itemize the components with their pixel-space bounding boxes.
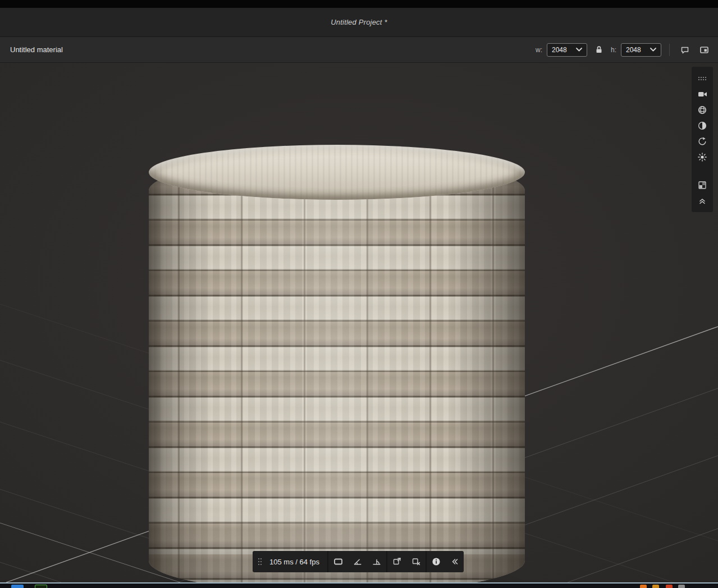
- taskbar-tray-icon[interactable]: [652, 585, 659, 588]
- toolbar-drag-handle[interactable]: [692, 71, 713, 86]
- display-icon: [333, 557, 343, 566]
- material-name: Untitled material: [10, 45, 63, 54]
- width-value: 2048: [552, 46, 567, 54]
- material-ball-icon: [698, 121, 707, 130]
- turntable-icon: [698, 137, 707, 146]
- collapse-toolbar-button[interactable]: [692, 193, 713, 209]
- dimension-controls: w: 2048 h: 2048: [536, 43, 711, 57]
- camera-reset-icon: [392, 557, 401, 566]
- light-icon: [698, 153, 707, 162]
- texture-button[interactable]: [692, 177, 713, 193]
- collapse-up-icon: [698, 197, 706, 205]
- ground-plane-button[interactable]: [367, 551, 386, 572]
- camera-clear-icon: [411, 557, 420, 566]
- height-select[interactable]: 2048: [621, 43, 661, 57]
- project-title: Untitled Project *: [331, 18, 387, 26]
- taskbar-tray-icon[interactable]: [640, 585, 647, 588]
- os-taskbar: [0, 582, 718, 588]
- fullscreen-button[interactable]: [697, 43, 711, 57]
- status-drag-handle[interactable]: [253, 551, 267, 572]
- environment-icon: [698, 105, 707, 114]
- camera-reset-button[interactable]: [387, 551, 406, 572]
- comment-icon: [680, 45, 689, 54]
- turntable-button[interactable]: [692, 134, 713, 149]
- chevron-down-icon: [576, 48, 582, 52]
- camera-angle-icon: [353, 557, 362, 566]
- application-window: Untitled Project * Untitled material w: …: [0, 0, 718, 588]
- chevron-down-icon: [650, 48, 656, 52]
- height-value: 2048: [626, 46, 641, 54]
- width-select[interactable]: 2048: [547, 43, 587, 57]
- light-button[interactable]: [692, 149, 713, 165]
- taskbar-tray-icon[interactable]: [678, 585, 685, 588]
- taskbar-app-icon[interactable]: [35, 585, 47, 588]
- height-label: h:: [611, 46, 616, 54]
- 3d-viewport[interactable]: 105 ms / 64 fps: [0, 63, 718, 582]
- title-bar: Untitled Project *: [0, 8, 718, 37]
- camera-button[interactable]: [692, 86, 713, 102]
- top-strip: [0, 0, 718, 8]
- material-preview-cylinder: [149, 158, 525, 582]
- viewport-status-toolbar: 105 ms / 64 fps: [253, 551, 464, 572]
- fullscreen-icon: [699, 45, 709, 54]
- environment-button[interactable]: [692, 102, 713, 118]
- camera-clear-button[interactable]: [406, 551, 426, 572]
- lock-icon: [595, 45, 603, 54]
- drag-handle-icon: [258, 558, 262, 566]
- taskbar-app-icon[interactable]: [11, 585, 24, 588]
- ground-plane-icon: [372, 557, 381, 566]
- info-button[interactable]: [427, 551, 446, 572]
- comment-button[interactable]: [678, 43, 692, 57]
- display-button[interactable]: [328, 551, 348, 572]
- header-divider: [669, 44, 670, 56]
- collapse-left-icon: [451, 558, 459, 566]
- texture-icon: [698, 181, 707, 190]
- drag-dots-icon: [698, 76, 707, 81]
- material-ball-button[interactable]: [692, 118, 713, 134]
- taskbar-tray-icon[interactable]: [666, 585, 673, 588]
- lock-aspect-button[interactable]: [592, 43, 606, 57]
- material-header-bar: Untitled material w: 2048 h: 2048: [0, 37, 718, 63]
- width-label: w:: [536, 46, 542, 54]
- collapse-status-toolbar-button[interactable]: [446, 551, 464, 572]
- material-preview-cylinder-top: [149, 145, 525, 200]
- camera-angle-button[interactable]: [348, 551, 367, 572]
- info-icon: [432, 557, 441, 566]
- viewport-toolbar: [692, 67, 713, 212]
- camera-icon: [698, 90, 707, 99]
- performance-stats: 105 ms / 64 fps: [267, 551, 327, 572]
